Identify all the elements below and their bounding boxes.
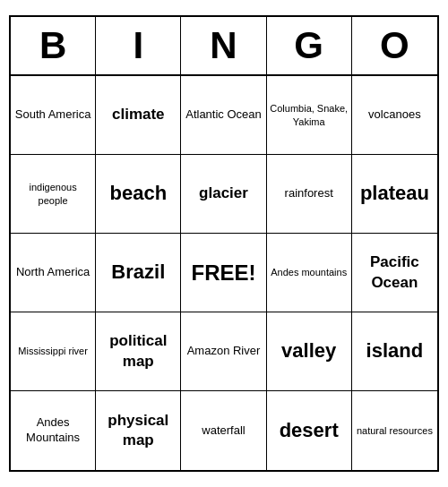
- bingo-cell-22: waterfall: [181, 391, 266, 470]
- header-letter: G: [267, 17, 352, 74]
- bingo-cell-19: island: [352, 312, 437, 391]
- bingo-grid: South AmericaclimateAtlantic OceanColumb…: [11, 76, 437, 470]
- bingo-cell-13: Andes mountains: [267, 234, 352, 312]
- bingo-cell-11: Brazil: [96, 234, 181, 312]
- bingo-cell-21: physical map: [96, 391, 181, 470]
- bingo-cell-9: plateau: [352, 155, 437, 234]
- header-letter: I: [96, 17, 181, 74]
- bingo-cell-0: South America: [11, 76, 96, 155]
- bingo-cell-20: Andes Mountains: [11, 391, 96, 470]
- bingo-cell-14: Pacific Ocean: [352, 234, 437, 312]
- bingo-cell-3: Columbia, Snake, Yakima: [267, 76, 352, 155]
- bingo-cell-18: valley: [267, 312, 352, 391]
- bingo-cell-8: rainforest: [267, 155, 352, 234]
- bingo-header: BINGO: [11, 17, 437, 76]
- bingo-cell-6: beach: [96, 155, 181, 234]
- bingo-cell-7: glacier: [181, 155, 266, 234]
- bingo-cell-4: volcanoes: [352, 76, 437, 155]
- bingo-card: BINGO South AmericaclimateAtlantic Ocean…: [9, 15, 439, 472]
- bingo-cell-1: climate: [96, 76, 181, 155]
- header-letter: B: [11, 17, 96, 74]
- bingo-cell-2: Atlantic Ocean: [181, 76, 266, 155]
- bingo-cell-5: indigenous people: [11, 155, 96, 234]
- bingo-cell-23: desert: [267, 391, 352, 470]
- header-letter: O: [352, 17, 437, 74]
- bingo-cell-10: North America: [11, 234, 96, 312]
- bingo-cell-24: natural resources: [352, 391, 437, 470]
- bingo-cell-12: FREE!: [181, 234, 266, 312]
- bingo-cell-17: Amazon River: [181, 312, 266, 391]
- bingo-cell-15: Mississippi river: [11, 312, 96, 391]
- header-letter: N: [181, 17, 266, 74]
- bingo-cell-16: political map: [96, 312, 181, 391]
